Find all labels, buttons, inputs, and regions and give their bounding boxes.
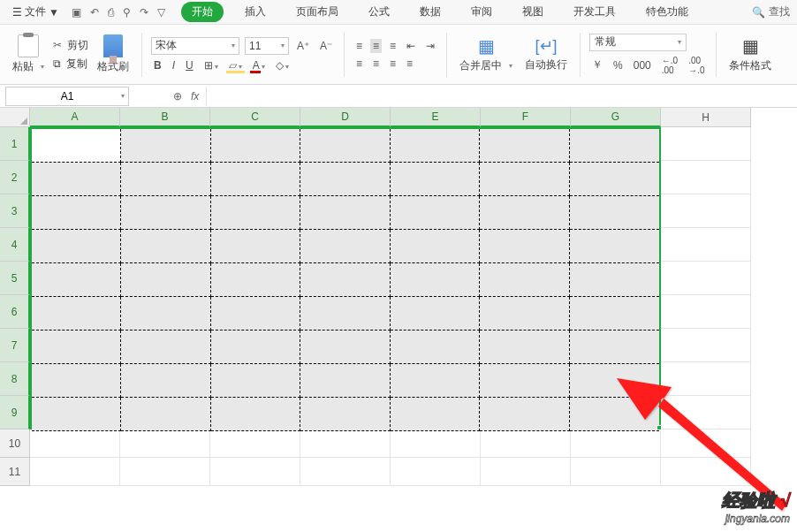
formula-input[interactable]: [206, 87, 797, 106]
underline-button[interactable]: U: [183, 58, 196, 72]
col-header-d[interactable]: D: [300, 108, 391, 127]
col-header-a[interactable]: A: [30, 108, 120, 127]
currency-button[interactable]: ￥: [589, 57, 605, 73]
row-header-7[interactable]: 7: [0, 329, 30, 362]
qat-dropdown-icon[interactable]: ▽: [157, 6, 165, 19]
row-header-11[interactable]: 11: [0, 458, 30, 486]
undo-icon[interactable]: ↶: [90, 6, 99, 19]
copy-label: 复制: [66, 57, 87, 72]
font-name-select[interactable]: 宋体▾: [151, 37, 239, 55]
tab-review[interactable]: 审阅: [462, 2, 501, 22]
row-header-3[interactable]: 3: [0, 194, 30, 228]
align-bottom-button[interactable]: ≡: [387, 39, 398, 53]
separator: [141, 33, 142, 77]
number-format-select[interactable]: 常规▾: [589, 34, 687, 51]
wrap-text-button[interactable]: [↵] 自动换行: [521, 34, 571, 74]
align-left-button[interactable]: ≡: [353, 57, 365, 71]
decrease-decimal-button[interactable]: .00→.0: [686, 55, 707, 76]
indent-left-button[interactable]: ⇤: [404, 39, 418, 53]
increase-decimal-button[interactable]: ←.0.00: [659, 55, 680, 76]
tab-view[interactable]: 视图: [513, 2, 552, 22]
font-color-button[interactable]: A▾: [250, 58, 268, 72]
chevron-down-icon: ▾: [262, 63, 265, 71]
italic-button[interactable]: I: [170, 58, 178, 72]
row-header-10[interactable]: 10: [0, 429, 30, 458]
font-group: 宋体▾ 11▾ A⁺ A⁻ B I U ⊞▾ ▱▾ A▾ ◇▾: [151, 37, 335, 72]
format-painter-button[interactable]: 格式刷: [94, 33, 133, 76]
preview-icon[interactable]: ⚲: [123, 6, 131, 19]
row-header-4[interactable]: 4: [0, 228, 30, 262]
search-button[interactable]: 🔍 查找: [752, 4, 790, 19]
col-header-b[interactable]: B: [120, 108, 210, 127]
row-header-2[interactable]: 2: [0, 161, 30, 194]
col-header-e[interactable]: E: [391, 108, 481, 127]
merge-center-button[interactable]: ▦ 合并居中▾: [456, 34, 516, 75]
conditional-format-button[interactable]: ▦ 条件格式: [725, 34, 775, 75]
file-menu-button[interactable]: ☰ 文件 ▼: [7, 4, 65, 19]
col-header-g[interactable]: G: [571, 108, 661, 127]
font-size-select[interactable]: 11▾: [245, 37, 289, 55]
decrease-font-button[interactable]: A⁻: [317, 39, 335, 53]
align-right-button[interactable]: ≡: [387, 57, 398, 71]
border-button[interactable]: ⊞▾: [201, 58, 221, 72]
chevron-down-icon: ▼: [49, 6, 59, 19]
row-header-1[interactable]: 1: [0, 127, 30, 161]
name-box[interactable]: A1 ▾: [5, 87, 129, 106]
menubar: ☰ 文件 ▼ ▣ ↶ ⎙ ⚲ ↷ ▽ 开始 插入 页面布局 公式 数据 审阅 视…: [0, 0, 797, 25]
redo-icon[interactable]: ↷: [140, 6, 148, 19]
copy-button[interactable]: ⧉复制: [53, 57, 88, 72]
tab-dev-tools[interactable]: 开发工具: [565, 2, 625, 22]
font-size-value: 11: [249, 40, 261, 52]
print-icon[interactable]: ⎙: [108, 6, 114, 19]
merge-icon: ▦: [478, 35, 495, 57]
wrap-text-label: 自动换行: [525, 57, 567, 72]
cut-label: 剪切: [67, 38, 88, 53]
align-middle-button[interactable]: ≡: [370, 39, 382, 53]
file-label: 文件: [25, 4, 46, 19]
chevron-down-icon: ▾: [41, 63, 44, 71]
number-format-value: 常规: [595, 34, 616, 49]
tab-insert[interactable]: 插入: [236, 2, 275, 22]
align-center-button[interactable]: ≡: [370, 57, 382, 71]
bold-button[interactable]: B: [151, 58, 164, 72]
row-header-8[interactable]: 8: [0, 362, 30, 396]
cell-reference: A1: [61, 90, 74, 103]
chevron-down-icon: ▾: [215, 63, 218, 71]
separator: [580, 33, 581, 77]
cond-format-icon: ▦: [742, 35, 759, 57]
tab-features[interactable]: 特色功能: [637, 2, 697, 22]
brush-icon: [103, 34, 123, 57]
tab-start[interactable]: 开始: [181, 2, 224, 22]
row-header-5[interactable]: 5: [0, 262, 30, 295]
cells-area[interactable]: [30, 127, 751, 486]
expand-icon[interactable]: ⊕: [173, 90, 182, 103]
row-header-6[interactable]: 6: [0, 295, 30, 329]
font-name-value: 宋体: [156, 38, 177, 53]
select-all-corner[interactable]: [0, 108, 30, 127]
col-header-f[interactable]: F: [481, 108, 571, 127]
save-icon[interactable]: ▣: [72, 6, 81, 19]
indent-right-button[interactable]: ⇥: [423, 39, 437, 53]
increase-font-button[interactable]: A⁺: [294, 39, 312, 53]
fill-color-button[interactable]: ▱▾: [226, 58, 245, 72]
col-header-c[interactable]: C: [210, 108, 300, 127]
chevron-down-icon: ▾: [285, 63, 289, 71]
tab-data[interactable]: 数据: [411, 2, 450, 22]
clear-format-button[interactable]: ◇▾: [273, 58, 292, 72]
row-header-9[interactable]: 9: [0, 396, 30, 429]
distribute-button[interactable]: ≡: [404, 57, 415, 71]
row-headers: 1 2 3 4 5 6 7 8 9 10 11: [0, 127, 30, 486]
fx-label[interactable]: fx: [191, 90, 199, 103]
chevron-down-icon: ▾: [232, 42, 235, 49]
align-top-button[interactable]: ≡: [353, 39, 365, 53]
comma-button[interactable]: 000: [631, 58, 654, 72]
tab-formulas[interactable]: 公式: [360, 2, 398, 22]
clipboard-group: ✂剪切 ⧉复制: [53, 38, 88, 72]
hamburger-icon: ☰: [12, 6, 22, 19]
col-header-h[interactable]: H: [661, 108, 751, 127]
paste-button[interactable]: 粘贴▾: [9, 33, 48, 76]
tab-page-layout[interactable]: 页面布局: [287, 2, 347, 22]
percent-button[interactable]: %: [611, 58, 626, 72]
cut-button[interactable]: ✂剪切: [53, 38, 88, 53]
wrap-icon: [↵]: [535, 36, 558, 56]
